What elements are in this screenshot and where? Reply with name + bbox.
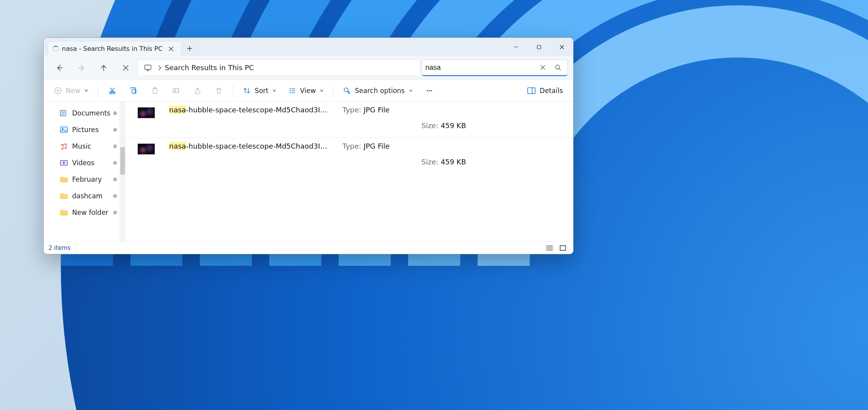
tab-close-button[interactable] [166,43,177,54]
pin-icon [112,160,118,166]
navigation-bar: Search Results in This PC [44,56,573,80]
maximize-button[interactable] [527,38,550,56]
more-button[interactable] [420,83,439,99]
svg-rect-24 [560,246,566,250]
rename-button[interactable] [167,83,186,99]
svg-point-22 [62,128,63,130]
new-tab-button[interactable] [182,41,197,56]
copy-button[interactable] [124,83,143,99]
pin-icon [112,177,118,182]
new-label: New [66,87,80,95]
sidebar-item-videos[interactable]: Videos [48,155,125,171]
back-button[interactable] [49,59,70,76]
file-name: nasa-hubble-space-telescope-Md5Chaod3I… [169,106,335,114]
file-size: Size:459 KB [421,121,500,130]
search-input[interactable] [425,63,534,72]
svg-point-3 [555,65,559,69]
loading-spinner-icon [53,46,59,52]
file-type: Type:JPG File [343,106,414,114]
pin-icon [112,127,118,132]
sort-button[interactable]: Sort [238,83,281,99]
details-pane-button[interactable]: Details [522,83,568,99]
svg-point-11 [290,88,291,89]
svg-rect-2 [145,65,151,69]
svg-point-17 [428,90,430,91]
sidebar-item-label: New folder [72,209,108,216]
forward-button[interactable] [71,59,92,76]
search-icon[interactable] [551,61,564,74]
search-options-label: Search options [355,87,404,95]
sidebar-item-label: Music [72,142,91,150]
close-search-button[interactable] [115,59,136,76]
sidebar-item-documents[interactable]: Documents [48,105,125,121]
file-size: Size:459 KB [421,158,500,166]
sidebar-scrollbar-thumb[interactable] [120,147,125,175]
svg-rect-8 [153,88,157,93]
paste-button[interactable] [145,83,164,99]
sidebar-scrollbar-track[interactable] [119,102,126,241]
file-thumbnail [138,144,155,155]
search-result-row[interactable]: nasa-hubble-space-telescope-Md5Chaod3I… … [126,102,573,138]
content-area[interactable]: nasa-hubble-space-telescope-Md5Chaod3I… … [126,102,573,241]
sidebar-item-label: Videos [72,159,95,167]
sidebar-item-label: Documents [72,109,110,117]
search-options-button[interactable]: Search options [338,83,417,99]
pin-icon [112,144,118,149]
file-thumbnail [138,107,155,118]
cut-button[interactable] [103,83,122,99]
separator [333,85,333,97]
sidebar-item-music[interactable]: Music [48,138,125,155]
svg-point-13 [290,92,291,93]
sidebar-item-label: dashcam [72,192,102,200]
svg-point-12 [290,90,291,91]
file-name: nasa-hubble-space-telescope-Md5Chaod3I… [169,142,335,150]
up-button[interactable] [93,59,114,76]
pin-icon [112,110,118,116]
titlebar: nasa - Search Results in This PC [44,38,573,56]
sidebar-item-label: February [72,175,102,183]
body: DocumentsPicturesMusicVideosFebruarydash… [44,102,573,241]
svg-rect-21 [60,127,67,132]
this-pc-icon [141,63,155,72]
view-button[interactable]: View [283,83,328,99]
delete-button[interactable] [209,83,228,99]
sidebar-item-pictures[interactable]: Pictures [48,121,125,138]
tab-label: nasa - Search Results in This PC [62,45,162,52]
details-view-toggle[interactable] [544,244,555,252]
svg-point-16 [427,90,428,91]
item-count: 2 items [48,244,71,252]
pin-icon [112,193,118,199]
details-label: Details [540,87,563,95]
new-button[interactable]: New [49,83,93,99]
svg-point-18 [430,90,432,91]
search-box[interactable] [422,60,568,76]
breadcrumb[interactable]: Search Results in This PC [165,63,254,72]
view-label: View [300,87,316,95]
window-controls [505,38,573,56]
file-type: Type:JPG File [343,142,414,150]
svg-rect-19 [528,88,535,93]
close-window-button[interactable] [550,38,573,56]
separator [76,244,76,252]
sort-label: Sort [255,87,268,95]
address-bar[interactable]: Search Results in This PC [138,60,420,76]
navigation-pane: DocumentsPicturesMusicVideosFebruarydash… [44,102,126,241]
search-result-row[interactable]: nasa-hubble-space-telescope-Md5Chaod3I… … [126,138,573,174]
tab-active[interactable]: nasa - Search Results in This PC [48,41,182,56]
chevron-right-icon[interactable] [158,65,162,71]
file-explorer-window: nasa - Search Results in This PC [43,37,574,254]
command-bar: New Sort View [44,80,573,102]
separator [98,85,98,97]
svg-rect-10 [173,89,179,93]
thumbnails-view-toggle[interactable] [557,244,568,252]
pin-icon [112,210,118,215]
sidebar-item-new-folder[interactable]: New folder [48,204,125,221]
sidebar-item-label: Pictures [72,126,99,134]
sidebar-item-february[interactable]: February [48,171,125,188]
share-button[interactable] [188,83,207,99]
sidebar-item-dashcam[interactable]: dashcam [48,188,125,204]
svg-rect-1 [537,45,541,49]
minimize-button[interactable] [505,38,527,56]
status-bar: 2 items [44,241,573,254]
clear-search-button[interactable] [536,61,549,74]
